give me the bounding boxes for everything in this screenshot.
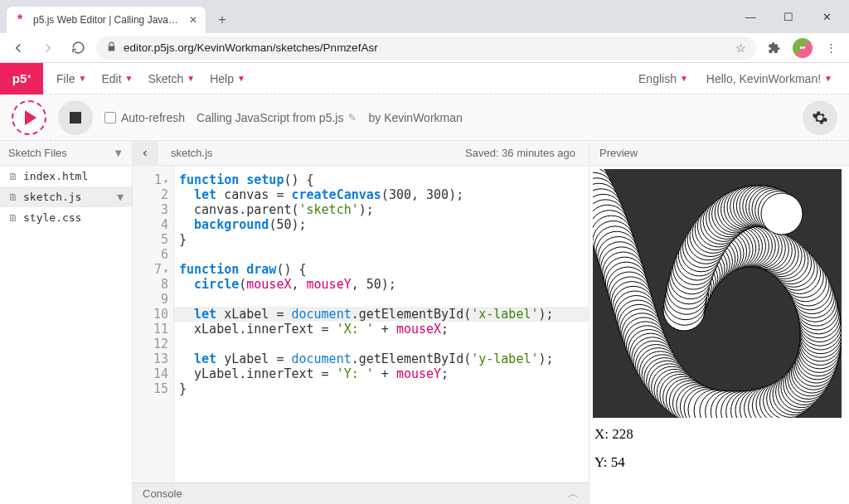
language-selector[interactable]: English▼ — [633, 67, 693, 90]
user-menu[interactable]: Hello, KevinWorkman!▼ — [701, 67, 837, 90]
preview-header: Preview — [589, 141, 849, 166]
stop-icon — [70, 112, 81, 124]
chevron-down-icon[interactable]: ▼ — [113, 147, 124, 159]
canvas-area — [589, 166, 849, 418]
pencil-icon[interactable]: ✎ — [348, 112, 357, 124]
address-bar[interactable]: editor.p5js.org/KevinWorkman/sketches/Pn… — [96, 36, 756, 60]
kebab-menu-icon[interactable]: ⋮ — [819, 36, 842, 60]
play-button[interactable] — [12, 100, 46, 135]
window-controls: — ☐ ✕ — [731, 0, 849, 33]
chevron-down-icon: ▼ — [187, 74, 195, 83]
chevron-down-icon: ▼ — [125, 74, 133, 83]
chevron-down-icon: ▼ — [237, 74, 245, 83]
code-header: sketch.js Saved: 36 minutes ago — [133, 141, 589, 166]
open-file-label: sketch.js — [158, 147, 465, 159]
back-button[interactable] — [7, 36, 30, 60]
tab-title: p5.js Web Editor | Calling JavaScript — [33, 14, 181, 26]
close-tab-icon[interactable]: ✕ — [187, 14, 199, 26]
url-text: editor.p5js.org/KevinWorkman/sketches/Pn… — [124, 41, 378, 54]
console-bar[interactable]: Console ︿ — [133, 482, 589, 504]
stop-button[interactable] — [58, 100, 93, 135]
preview-panel: Preview X: 228 Y: 54 — [589, 141, 849, 504]
browser-titlebar: * p5.js Web Editor | Calling JavaScript … — [0, 0, 849, 33]
file-icon: 🗎 — [8, 171, 18, 182]
console-label: Console — [143, 487, 182, 500]
lock-icon — [106, 41, 117, 55]
file-item[interactable]: 🗎sketch.js▼ — [0, 187, 132, 207]
collapse-sidebar-button[interactable] — [133, 141, 158, 166]
chevron-up-icon[interactable]: ︿ — [568, 487, 579, 502]
checkbox-icon[interactable] — [104, 112, 116, 124]
p5-logo[interactable]: p5* — [0, 63, 43, 94]
chevron-down-icon: ▼ — [79, 74, 87, 83]
chevron-down-icon[interactable]: ▼ — [117, 191, 124, 203]
file-item[interactable]: 🗎style.css — [0, 207, 132, 228]
svg-point-195 — [761, 193, 803, 235]
gear-icon — [812, 109, 828, 126]
auto-refresh-label: Auto-refresh — [121, 111, 185, 124]
output-labels: X: 228 Y: 54 — [589, 418, 849, 491]
file-icon: 🗎 — [8, 212, 18, 224]
line-gutter: 123456789101112131415 — [133, 166, 174, 482]
p5-menubar: p5* File▼ Edit▼ Sketch▼ Help▼ English▼ H… — [0, 63, 849, 94]
code-editor[interactable]: 123456789101112131415 function setup() {… — [133, 166, 589, 482]
settings-button[interactable] — [803, 100, 837, 135]
y-label: Y: 54 — [594, 454, 844, 471]
extensions-icon[interactable] — [763, 36, 786, 60]
file-name: sketch.js — [23, 191, 81, 203]
browser-tab[interactable]: * p5.js Web Editor | Calling JavaScript … — [7, 7, 206, 33]
x-label: X: 228 — [594, 426, 844, 443]
code-panel: sketch.js Saved: 36 minutes ago 12345678… — [133, 141, 589, 504]
file-name: index.html — [23, 170, 88, 182]
menu-file[interactable]: File▼ — [51, 67, 91, 90]
maximize-icon[interactable]: ☐ — [769, 3, 808, 30]
main-area: Sketch Files ▼ 🗎index.html🗎sketch.js▼🗎st… — [0, 141, 849, 504]
sidebar-header[interactable]: Sketch Files ▼ — [0, 141, 132, 166]
code-content[interactable]: function setup() { let canvas = createCa… — [174, 166, 589, 482]
sketch-canvas[interactable] — [593, 169, 842, 418]
sketch-author: by KevinWorkman — [368, 111, 462, 124]
minimize-icon[interactable]: — — [731, 3, 769, 30]
reload-button[interactable] — [66, 36, 90, 60]
forward-button[interactable] — [36, 36, 60, 60]
bookmark-star-icon[interactable]: ☆ — [735, 41, 746, 55]
file-item[interactable]: 🗎index.html — [0, 166, 132, 187]
menu-help[interactable]: Help▼ — [205, 67, 250, 90]
sidebar: Sketch Files ▼ 🗎index.html🗎sketch.js▼🗎st… — [0, 141, 133, 504]
p5-favicon: * — [13, 13, 27, 27]
auto-refresh-toggle[interactable]: Auto-refresh — [104, 111, 185, 124]
file-name: style.css — [23, 211, 81, 224]
new-tab-button[interactable]: + — [211, 8, 234, 32]
menu-sketch[interactable]: Sketch▼ — [143, 67, 201, 90]
sketch-name[interactable]: Calling JavaScript from p5.js ✎ — [196, 111, 357, 124]
chevron-down-icon: ▼ — [680, 74, 688, 83]
saved-status: Saved: 36 minutes ago — [465, 147, 589, 159]
profile-avatar[interactable]: •• — [793, 38, 813, 58]
chevron-down-icon: ▼ — [824, 74, 832, 83]
p5-toolbar: Auto-refresh Calling JavaScript from p5.… — [0, 94, 849, 141]
menu-items: File▼ Edit▼ Sketch▼ Help▼ — [51, 67, 250, 90]
menu-edit[interactable]: Edit▼ — [96, 67, 138, 90]
play-icon — [25, 110, 36, 125]
file-icon: 🗎 — [8, 191, 18, 203]
browser-toolbar: editor.p5js.org/KevinWorkman/sketches/Pn… — [0, 33, 849, 63]
close-window-icon[interactable]: ✕ — [808, 3, 846, 30]
